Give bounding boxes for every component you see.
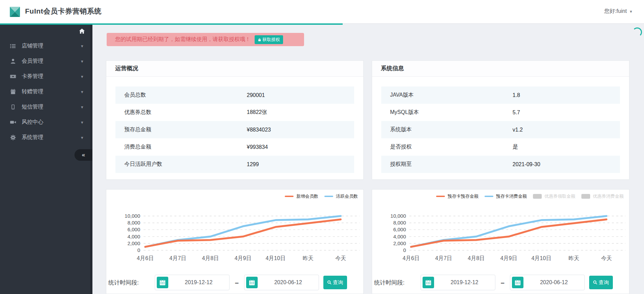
chart-legend: 预存卡预存金额预存卡消费金额优惠券领取金额优惠券消费金额 (436, 193, 624, 200)
row-value: 18822张 (247, 109, 267, 116)
app-title: FuInt会员卡券营销系统 (25, 6, 102, 16)
sidebar-menu: 店铺管理▼会员管理▼卡券管理▼转赠管理▼短信管理▼风控中心▼系统管理▼ (0, 38, 92, 145)
calendar-icon[interactable] (157, 277, 168, 288)
overview-panel: 运营概况 会员总数290001优惠券总数18822张预存总金额¥8834023消… (106, 60, 364, 180)
sidebar-item-label: 会员管理 (22, 58, 43, 65)
svg-text:今天: 今天 (335, 255, 346, 261)
legend-item[interactable]: 预存卡预存金额 (436, 193, 478, 199)
legend-item[interactable]: 活跃会员数 (324, 193, 358, 199)
calendar-icon[interactable] (246, 277, 258, 288)
table-row: 今日活跃用户数1299 (115, 156, 354, 173)
svg-text:4月6日: 4月6日 (403, 255, 420, 261)
legend-line-marker (285, 196, 294, 197)
svg-text:4月7日: 4月7日 (435, 255, 452, 261)
loading-spinner-icon (632, 27, 642, 37)
sidebar: 店铺管理▼会员管理▼卡券管理▼转赠管理▼短信管理▼风控中心▼系统管理▼ « (0, 23, 92, 294)
chevron-down-icon: ▼ (80, 75, 84, 79)
legend-line-marker (324, 196, 333, 197)
member-chart-card: 新增会员数活跃会员数 02,0004,0006,0008,00010,0004月… (106, 189, 364, 294)
svg-text:4月10日: 4月10日 (531, 255, 551, 261)
svg-text:4月9日: 4月9日 (500, 255, 517, 261)
svg-text:6,000: 6,000 (127, 227, 140, 232)
user-icon (9, 58, 16, 64)
sidebar-item-2[interactable]: 卡券管理▼ (0, 69, 92, 84)
sidebar-item-label: 转赠管理 (22, 88, 43, 95)
sidebar-item-1[interactable]: 会员管理▼ (0, 54, 92, 69)
date-range-separator: – (501, 279, 505, 287)
trial-expired-alert: 您的试用期已经到期了，如需继续使用，请获取授权哦！ 获取授权 (107, 33, 304, 46)
svg-text:4月7日: 4月7日 (169, 255, 186, 261)
sidebar-item-label: 系统管理 (22, 134, 43, 141)
row-value: 1.8 (513, 92, 520, 98)
system-info-panel: 系统信息 JAVA版本1.8MySQL版本5.7系统版本v1.2是否授权是授权期… (372, 60, 629, 180)
sidebar-item-6[interactable]: 系统管理▼ (0, 130, 92, 145)
legend-item[interactable]: 预存卡消费金额 (485, 193, 527, 199)
row-value: 是 (513, 143, 518, 151)
svg-text:4,000: 4,000 (127, 234, 140, 239)
calendar-icon[interactable] (512, 277, 523, 288)
legend-label: 预存卡消费金额 (496, 193, 527, 199)
chevron-down-icon: ▼ (80, 105, 84, 109)
chart-legend: 新增会员数活跃会员数 (285, 193, 358, 200)
chart-plot: 02,0004,0006,0008,00010,0004月6日4月7日4月8日4… (372, 203, 630, 264)
chevron-down-icon: ▼ (80, 136, 84, 140)
row-label: JAVA版本 (381, 92, 513, 99)
search-button[interactable]: 查询 (589, 276, 613, 289)
row-label: MySQL版本 (381, 109, 513, 116)
start-date-input[interactable]: 2019-12-12 (155, 275, 230, 290)
search-button[interactable]: 查询 (323, 276, 347, 289)
legend-line-marker (485, 196, 493, 197)
chevron-down-icon: ▼ (80, 120, 84, 124)
svg-text:0: 0 (403, 247, 406, 253)
svg-text:0: 0 (137, 247, 140, 253)
legend-label: 新增会员数 (296, 193, 318, 199)
legend-rect-marker (533, 194, 542, 199)
sidebar-item-0[interactable]: 店铺管理▼ (0, 38, 92, 54)
svg-text:今天: 今天 (601, 255, 612, 261)
row-label: 系统版本 (381, 126, 513, 133)
svg-text:10,000: 10,000 (125, 213, 140, 219)
svg-text:4月9日: 4月9日 (235, 255, 252, 261)
sidebar-collapse-button[interactable]: « (74, 149, 92, 161)
sidebar-item-label: 店铺管理 (22, 42, 43, 50)
calendar-icon[interactable] (423, 277, 434, 288)
sidebar-item-label: 短信管理 (22, 103, 43, 111)
row-value: 290001 (247, 92, 265, 98)
legend-label: 优惠券消费金额 (593, 193, 624, 199)
svg-text:昨天: 昨天 (568, 255, 579, 261)
table-row: 系统版本v1.2 (381, 121, 620, 138)
money-icon (9, 73, 16, 80)
chevron-down-icon: ▼ (80, 90, 84, 94)
end-date-input[interactable]: 2020-06-12 (510, 275, 585, 290)
prestore-chart-card: 预存卡预存金额预存卡消费金额优惠券领取金额优惠券消费金额 02,0004,000… (372, 189, 629, 294)
alert-text: 您的试用期已经到期了，如需继续使用，请获取授权哦！ (115, 36, 251, 43)
sidebar-item-5[interactable]: 风控中心▼ (0, 115, 92, 130)
row-label: 是否授权 (381, 143, 513, 151)
gift-icon (9, 89, 16, 95)
start-date-input[interactable]: 2019-12-12 (421, 275, 495, 290)
loading-progress-bar (0, 23, 343, 25)
date-range-label: 统计时间段: (374, 279, 405, 287)
user-menu[interactable]: 您好:fuint ▼ (604, 8, 633, 15)
legend-item[interactable]: 新增会员数 (285, 193, 318, 199)
home-icon[interactable] (78, 27, 86, 36)
legend-item[interactable]: 优惠券消费金额 (581, 193, 624, 199)
legend-item[interactable]: 优惠券领取金额 (533, 193, 575, 199)
lock-icon (258, 38, 261, 42)
list-icon (9, 43, 16, 49)
get-license-button[interactable]: 获取授权 (255, 35, 283, 44)
end-date-input[interactable]: 2020-06-12 (244, 275, 319, 290)
sidebar-item-label: 风控中心 (22, 119, 43, 126)
svg-text:8,000: 8,000 (393, 220, 406, 226)
row-label: 今日活跃用户数 (115, 161, 247, 168)
table-row: 预存总金额¥8834023 (115, 121, 354, 138)
start-date-value: 2019-12-12 (434, 279, 495, 286)
row-label: 消费总金额 (115, 143, 247, 151)
sidebar-item-3[interactable]: 转赠管理▼ (0, 84, 92, 99)
table-row: 是否授权是 (381, 138, 620, 156)
chevron-down-icon: ▼ (80, 59, 84, 63)
svg-text:6,000: 6,000 (393, 227, 406, 232)
sidebar-item-4[interactable]: 短信管理▼ (0, 99, 92, 115)
legend-label: 优惠券领取金额 (544, 193, 575, 199)
video-icon (9, 119, 16, 125)
